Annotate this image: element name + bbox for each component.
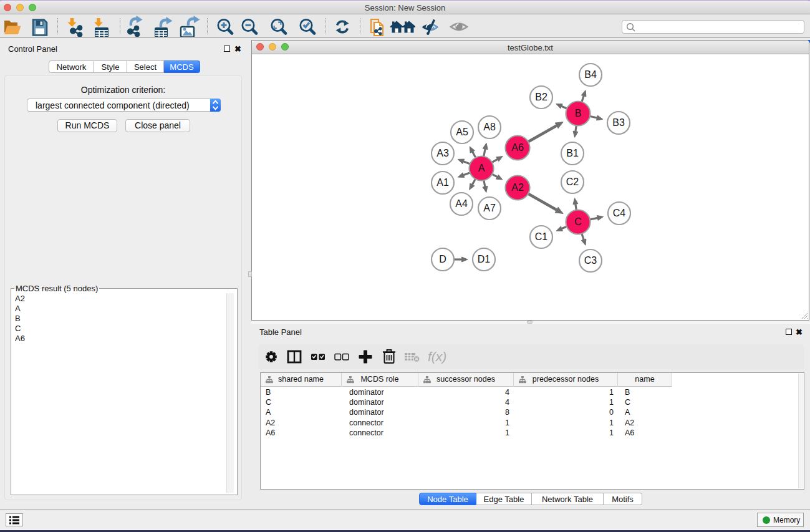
svg-text:A1: A1 [436, 177, 449, 188]
svg-text:C: C [574, 216, 582, 227]
svg-text:C1: C1 [535, 231, 548, 242]
svg-text:A8: A8 [483, 122, 496, 132]
svg-text:C3: C3 [584, 255, 597, 266]
svg-text:D1: D1 [478, 254, 491, 264]
svg-text:A3: A3 [436, 148, 449, 158]
svg-text:A5: A5 [456, 127, 468, 137]
svg-text:C4: C4 [613, 208, 626, 218]
svg-text:A2: A2 [511, 182, 524, 193]
svg-text:B: B [575, 108, 582, 118]
svg-text:A6: A6 [511, 142, 524, 153]
svg-text:B2: B2 [535, 92, 547, 102]
svg-text:f(x): f(x) [428, 349, 446, 364]
svg-text:A4: A4 [455, 198, 468, 209]
svg-text:B4: B4 [584, 69, 597, 80]
svg-text:A7: A7 [483, 203, 496, 213]
svg-text:A: A [478, 163, 485, 173]
svg-text:C2: C2 [566, 177, 579, 187]
svg-text:B3: B3 [612, 117, 625, 128]
svg-text:B1: B1 [566, 148, 579, 158]
svg-text:D: D [439, 254, 446, 264]
